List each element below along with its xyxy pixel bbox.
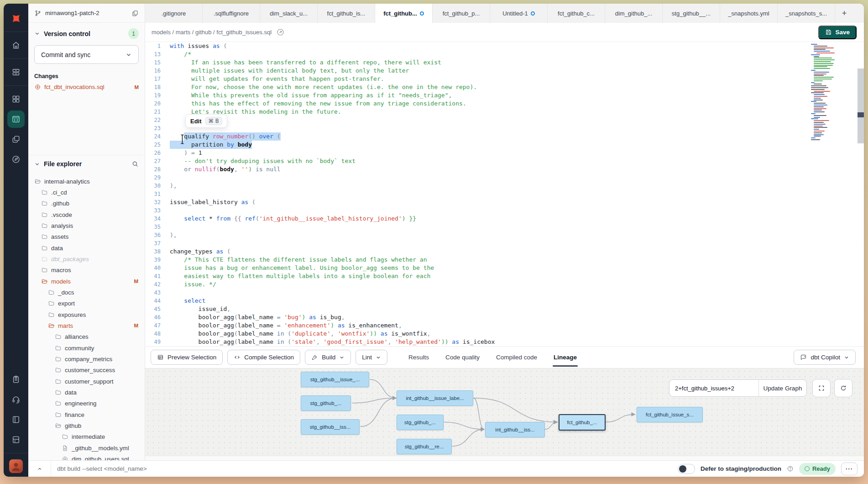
changed-file-row[interactable]: fct_dbt_invocations.sql M (34, 84, 139, 90)
file-tree-item[interactable]: _docs (28, 287, 145, 298)
save-button[interactable]: Save (818, 26, 857, 39)
file-actions-icon[interactable] (276, 28, 285, 37)
file-tree-item[interactable]: exposures (28, 309, 145, 320)
file-tree-item[interactable]: analysis (28, 220, 145, 231)
file-tree-item[interactable]: modelsM (28, 276, 145, 287)
code-line: 29 (145, 174, 864, 182)
file-tree-item[interactable]: export (28, 298, 145, 309)
file-tree-item[interactable]: intermediate (28, 431, 145, 442)
file-tree-item[interactable]: company_metrics (28, 353, 145, 364)
panel-tab-code-quality[interactable]: Code quality (445, 347, 480, 368)
lineage-node[interactable]: int_github__issue_labe... (397, 390, 473, 406)
compile-selection-button[interactable]: Compile Selection (227, 350, 300, 365)
file-tree-item[interactable]: alliances (28, 331, 145, 342)
search-icon[interactable] (131, 160, 139, 168)
file-tree-item[interactable]: dbt_packages (28, 253, 145, 264)
chevron-down-icon[interactable] (34, 31, 40, 37)
file-tree-item[interactable]: assets (28, 231, 145, 242)
refresh-graph-button[interactable] (834, 379, 852, 397)
rail-apps-icon[interactable] (7, 90, 25, 108)
rail-docs-icon[interactable] (7, 411, 25, 428)
editor-tab[interactable]: .sqlfluffignore (203, 4, 260, 23)
editor-tab[interactable]: dim_github_... (605, 4, 663, 23)
file-tree-item[interactable]: .vscode (28, 209, 145, 220)
editor-tab[interactable]: fct_github_p... (433, 4, 490, 23)
code-line: 17 will get updates for events that happ… (145, 75, 864, 83)
rail-home-icon[interactable] (7, 37, 25, 54)
new-tab-button[interactable]: + (835, 4, 853, 23)
copy-branch-icon[interactable] (131, 10, 139, 17)
commit-and-sync-button[interactable]: Commit and sync (34, 45, 139, 64)
editor-tab[interactable]: _snapshots_s... (778, 4, 835, 23)
lineage-selector-input[interactable]: 2+fct_github_issues+2 (669, 380, 759, 396)
user-avatar[interactable] (9, 459, 23, 473)
panel-tab-lineage[interactable]: Lineage (554, 347, 577, 368)
editor-scrollbar[interactable] (858, 68, 864, 143)
help-icon[interactable] (787, 465, 794, 472)
lineage-node[interactable]: fct_github_issue_s... (637, 407, 703, 422)
editor-tab[interactable]: .gitignore (145, 4, 203, 23)
rail-dbt-logo-icon[interactable] (7, 10, 25, 27)
editor-tab[interactable]: fct_github_c... (548, 4, 605, 23)
rail-support-icon[interactable] (7, 391, 25, 408)
branch-name: mirnawong1-patch-2 (45, 10, 99, 16)
preview-selection-button[interactable]: Preview Selection (151, 350, 223, 365)
lineage-node[interactable]: stg_github_... (397, 415, 444, 430)
lineage-node[interactable]: int_github__iss... (485, 422, 545, 437)
status-badge[interactable]: Ready (799, 463, 836, 475)
lineage-node[interactable]: stg_github__iss... (301, 419, 360, 435)
file-tree-item[interactable]: dim_github_users.sql (28, 453, 145, 460)
minimap[interactable] (809, 42, 854, 346)
defer-toggle[interactable] (678, 464, 695, 474)
rail-projects-icon[interactable] (7, 131, 25, 148)
file-tree-item[interactable]: community (28, 342, 145, 353)
file-tree-item[interactable]: github (28, 420, 145, 431)
file-tree-item[interactable]: customer_support (28, 376, 145, 387)
lint-button[interactable]: Lint (356, 350, 387, 365)
rail-environments-icon[interactable] (7, 63, 25, 81)
rail-terminal-icon[interactable] (7, 431, 25, 448)
lineage-node[interactable]: stg_github__issue_... (301, 372, 369, 387)
chevron-down-icon (125, 52, 132, 58)
lineage-node[interactable]: stg_github_... (301, 395, 351, 411)
rail-explore-icon[interactable] (7, 151, 25, 168)
folder-open-icon (55, 422, 62, 429)
rail-ide-icon[interactable] (7, 110, 25, 128)
editor-tab[interactable]: Untitled-1 (490, 4, 548, 23)
file-tree-item[interactable]: data (28, 242, 145, 253)
fullscreen-button[interactable] (812, 379, 831, 397)
panel-tab-compiled-code[interactable]: Compiled code (496, 347, 537, 368)
rail-changelog-icon[interactable] (7, 371, 25, 388)
file-tree-item[interactable]: .ci_cd (28, 187, 145, 198)
file-tree-item[interactable]: internal-analytics (28, 176, 145, 187)
editor-tab[interactable]: dim_slack_u... (260, 4, 318, 23)
edit-tooltip[interactable]: Edit ⌘ B (185, 114, 227, 128)
more-options-button[interactable]: ··· (841, 463, 858, 475)
file-tree-item[interactable]: martsM (28, 320, 145, 331)
update-graph-button[interactable]: Update Graph (759, 380, 806, 396)
branch-row[interactable]: mirnawong1-patch-2 (28, 4, 145, 23)
chevron-down-icon (339, 355, 345, 360)
file-tree-item[interactable]: data (28, 387, 145, 398)
editor-tab[interactable]: fct_github_is... (318, 4, 375, 23)
expand-command-bar-button[interactable] (28, 461, 51, 477)
editor-tab[interactable]: _snapshots.yml (720, 4, 778, 23)
editor-tab[interactable]: fct_github... (375, 4, 433, 23)
wrench-icon (311, 354, 318, 361)
panel-tab-results[interactable]: Results (408, 347, 429, 368)
file-tree-item[interactable]: _github__models.yml (28, 442, 145, 453)
file-tree-item[interactable]: engineering (28, 398, 145, 409)
file-tree-item[interactable]: customer_success (28, 365, 145, 376)
lineage-node[interactable]: stg_github__re... (397, 439, 452, 454)
editor-tab[interactable]: stg_github__... (663, 4, 720, 23)
lineage-node[interactable]: fct_github_... (559, 414, 606, 431)
file-tree-item[interactable]: finance (28, 409, 145, 420)
code-line: 33 (145, 206, 864, 215)
dbt-copilot-button[interactable]: dbt Copilot (794, 350, 856, 365)
file-tree-item[interactable]: .github (28, 198, 145, 209)
code-editor[interactable]: 1with issues as (13 /*15 If an issue has… (145, 42, 864, 346)
chevron-down-icon[interactable] (34, 161, 40, 167)
file-tree-item[interactable]: macros (28, 265, 145, 276)
command-input[interactable]: dbt build --select <model_name> (51, 465, 147, 472)
build-button[interactable]: Build (305, 350, 351, 365)
